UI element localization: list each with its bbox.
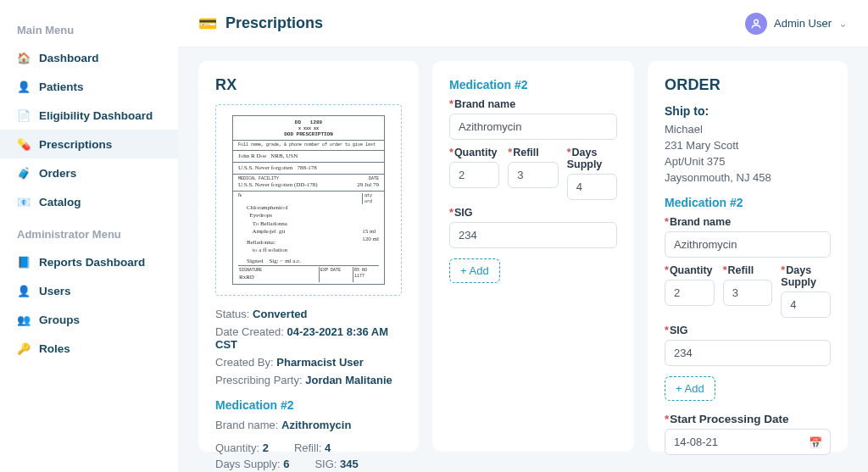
eligibility-icon: 📄: [17, 108, 31, 122]
qty-input[interactable]: [449, 162, 499, 188]
rx-qty: Quantity: 2: [215, 441, 269, 454]
ship-line2: Apt/Unit 375: [665, 155, 831, 168]
add-medication-button[interactable]: + Add: [449, 258, 500, 283]
svg-point-0: [754, 19, 759, 24]
rx-brand: Brand name: Azithromycin: [215, 419, 402, 431]
med-form-title: Medication #2: [449, 78, 617, 92]
rx-status: Status: Converted: [215, 308, 402, 320]
start-date-input[interactable]: [665, 429, 831, 455]
rx-heading: RX: [215, 76, 402, 94]
rx-days: Days Supply: 6: [215, 458, 289, 470]
order-card: ORDER Ship to: Michael 231 Mary Scott Ap…: [648, 61, 848, 452]
rx-date-created: Date Created: 04-23-2021 8:36 AM CST: [215, 325, 402, 351]
start-date-label: Start Processing Date: [665, 413, 831, 425]
sig-input[interactable]: [449, 222, 617, 248]
sidebar-item-label: Eligibility Dashboard: [39, 109, 153, 122]
rx-image-box[interactable]: DD 1289 x xxx xx DOD PRESCRIPTION Full n…: [215, 104, 402, 296]
sig-label: SIG: [449, 207, 617, 219]
sidebar-item-orders[interactable]: 🧳 Orders: [0, 158, 178, 187]
ship-to-label: Ship to:: [665, 104, 831, 118]
brand-label: Brand name: [449, 98, 617, 110]
orders-icon: 🧳: [17, 166, 31, 180]
sidebar-item-label: Orders: [39, 167, 76, 180]
topbar: 💳 Prescriptions Admin User ⌄: [178, 0, 868, 47]
sidebar-item-dashboard[interactable]: 🏠 Dashboard: [0, 43, 178, 72]
sidebar: Main Menu 🏠 Dashboard 👤 Patients 📄 Eligi…: [0, 0, 178, 472]
order-refill-label: Refill: [723, 264, 773, 276]
rx-paper-preview: DD 1289 x xxx xx DOD PRESCRIPTION Full n…: [232, 115, 385, 285]
sidebar-item-label: Reports Dashboard: [39, 256, 145, 269]
user-name: Admin User: [774, 17, 832, 30]
refill-input[interactable]: [508, 162, 558, 188]
sidebar-item-prescriptions[interactable]: 💊 Prescriptions: [0, 130, 178, 158]
chevron-down-icon: ⌄: [838, 17, 848, 30]
rx-refill: Refill: 4: [294, 441, 331, 454]
order-brand-input[interactable]: [665, 231, 831, 258]
sidebar-item-label: Prescriptions: [39, 138, 112, 151]
sidebar-item-groups[interactable]: 👥 Groups: [0, 305, 178, 334]
order-days-label: Days Supply: [781, 264, 831, 288]
page-title-icon: 💳: [198, 14, 217, 33]
rx-sig: SIG: 345: [314, 458, 358, 470]
order-sig-label: SIG: [665, 325, 831, 336]
catalog-icon: 📧: [17, 195, 31, 208]
home-icon: 🏠: [17, 51, 31, 64]
sidebar-item-label: Users: [39, 285, 71, 297]
order-qty-label: Quantity: [665, 264, 715, 276]
order-med-title: Medication #2: [665, 196, 831, 209]
sidebar-item-reports[interactable]: 📘 Reports Dashboard: [0, 247, 178, 276]
order-days-input[interactable]: [781, 292, 831, 318]
rx-med-title: Medication #2: [215, 398, 402, 412]
sidebar-item-label: Groups: [39, 314, 80, 326]
main-area: 💳 Prescriptions Admin User ⌄ RX DD 1289 …: [178, 0, 868, 472]
sidebar-item-label: Dashboard: [39, 52, 99, 64]
rx-card: RX DD 1289 x xxx xx DOD PRESCRIPTION Ful…: [198, 61, 419, 452]
groups-icon: 👥: [17, 313, 31, 326]
sidebar-item-patients[interactable]: 👤 Patients: [0, 72, 178, 101]
main-menu-header: Main Menu: [0, 19, 178, 43]
qty-label: Quantity: [449, 147, 499, 158]
sidebar-item-eligibility[interactable]: 📄 Eligibility Dashboard: [0, 101, 178, 130]
users-icon: 👤: [17, 284, 31, 297]
user-menu[interactable]: Admin User ⌄: [745, 13, 848, 35]
admin-menu-header: Administrator Menu: [0, 223, 178, 247]
days-input[interactable]: [567, 174, 617, 200]
roles-icon: 🔑: [17, 342, 31, 355]
content: RX DD 1289 x xxx xx DOD PRESCRIPTION Ful…: [178, 47, 868, 472]
order-refill-input[interactable]: [723, 280, 773, 306]
avatar: [745, 13, 767, 35]
sidebar-item-roles[interactable]: 🔑 Roles: [0, 334, 178, 363]
ship-line1: 231 Mary Scott: [665, 139, 831, 152]
order-sig-input[interactable]: [665, 340, 831, 366]
brand-input[interactable]: [449, 114, 617, 140]
ship-line3: Jaysonmouth, NJ 458: [665, 171, 831, 184]
days-label: Days Supply: [567, 147, 617, 170]
rx-prescribing-party: Prescribing Party: Jordan Malitanie: [215, 374, 402, 386]
prescriptions-icon: 💊: [17, 137, 31, 151]
order-brand-label: Brand name: [665, 216, 831, 228]
order-heading: ORDER: [665, 76, 831, 94]
rx-created-by: Created By: Pharmacist User: [215, 356, 402, 369]
sidebar-item-label: Catalog: [39, 196, 81, 208]
sidebar-item-label: Patients: [39, 81, 84, 93]
sidebar-item-label: Roles: [39, 342, 70, 355]
ship-name: Michael: [665, 123, 831, 136]
sidebar-item-users[interactable]: 👤 Users: [0, 276, 178, 305]
refill-label: Refill: [508, 147, 558, 158]
sidebar-item-catalog[interactable]: 📧 Catalog: [0, 187, 178, 216]
order-add-button[interactable]: + Add: [665, 376, 715, 401]
order-qty-input[interactable]: [665, 280, 715, 306]
rx-medication-summary: Medication #2 Brand name: Azithromycin Q…: [215, 398, 402, 470]
page-title: Prescriptions: [225, 14, 323, 32]
patients-icon: 👤: [17, 80, 31, 93]
medication-form-card: Medication #2 Brand name Quantity Refill…: [432, 61, 634, 452]
reports-icon: 📘: [17, 255, 31, 269]
